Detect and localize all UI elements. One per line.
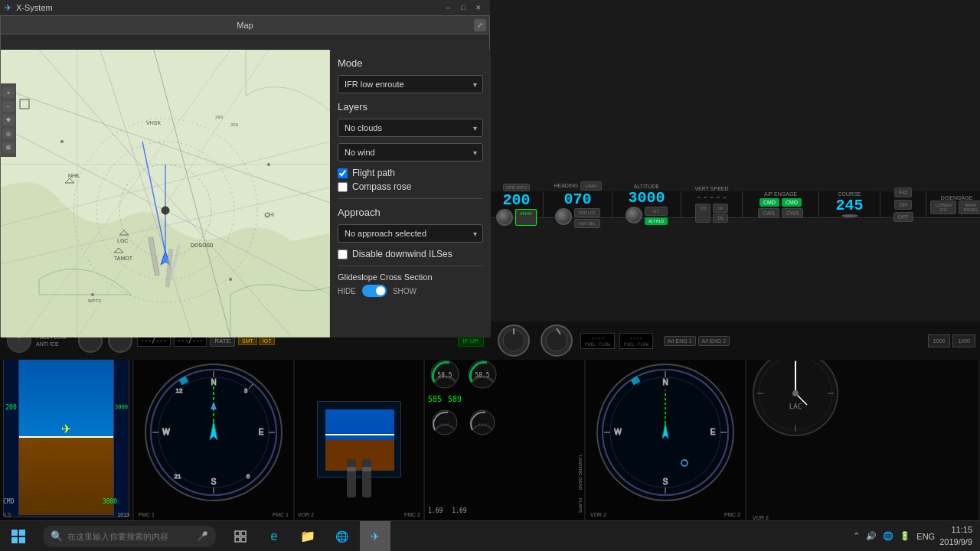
zoom-in-button[interactable]: + (2, 87, 15, 98)
approach-dropdown[interactable]: No approach selected (338, 224, 483, 243)
nd-compass-2: N E S W (596, 364, 734, 501)
lnav-button[interactable]: LNAV (580, 181, 601, 191)
dn-button[interactable]: DN (713, 214, 727, 223)
gear-2-button[interactable]: 1000 (952, 334, 975, 347)
pfd-speed-value: 200 (4, 404, 18, 411)
alt-button[interactable]: ALT (645, 207, 668, 216)
approach-dropdown-wrapper: No approach selected ▾ (338, 224, 483, 243)
pfd-alt-value: 3000 (114, 404, 129, 410)
ai-eng1-button[interactable]: A/I ENG 1 (664, 336, 696, 346)
off-button[interactable]: OFF (893, 212, 913, 222)
xplane-button[interactable]: ✈ (360, 521, 390, 552)
fmc2-label: FMC 2 (404, 512, 420, 517)
throttle-lever-1[interactable] (347, 459, 356, 497)
large-rotary-2[interactable] (537, 324, 576, 358)
main-panel-button[interactable]: MAIN PANEL (959, 201, 980, 214)
map-area: + − ✥ ◎ ⊞ (1, 50, 330, 337)
svg-text:---: --- (440, 421, 450, 427)
center-button[interactable]: ◎ (2, 129, 15, 139)
edge-button[interactable]: e (259, 521, 289, 552)
vnav-button[interactable]: VNAV (515, 209, 537, 226)
disable-ils-checkbox[interactable] (338, 249, 348, 259)
egt-gauge-1: --- (428, 406, 462, 440)
altitude-title: ALTITUDE (634, 184, 659, 189)
start-button[interactable] (0, 521, 37, 552)
search-input[interactable] (67, 532, 198, 541)
svg-text:TAMOT: TAMOT (114, 256, 133, 261)
hdg-sel-button[interactable]: HDG SEL (574, 219, 601, 228)
vor-loc-button[interactable]: VOR LOC (574, 208, 601, 217)
browser-button[interactable]: 🌐 (326, 521, 357, 552)
cws-button-2[interactable]: CWS (782, 208, 803, 218)
glideslope-label: Glideslope Cross Section (338, 272, 483, 282)
network-icon[interactable]: 🌐 (883, 531, 893, 541)
explorer-button[interactable]: 📁 (292, 521, 323, 552)
compass-rose-label: Compass rose (352, 181, 411, 192)
task-view-button[interactable] (225, 521, 256, 552)
ai-eng2-button[interactable]: A/I ENG 2 (698, 336, 730, 346)
on-button[interactable]: ON (894, 200, 912, 210)
pfd-display: ✈ 200 3000 (3, 355, 129, 517)
n1-val-1: 585 (428, 395, 442, 403)
battery-icon[interactable]: 🔋 (900, 531, 910, 541)
disengage-title: DISENGAGE (941, 195, 973, 201)
up-button[interactable]: UP (713, 204, 727, 213)
dev-values: 1.69 1.69 (428, 507, 467, 514)
right-main-dial: LAC (750, 347, 841, 439)
explorer-icon: 📁 (300, 529, 315, 543)
lower-du-button[interactable]: LOWER DU (930, 201, 956, 214)
speed-knob[interactable] (496, 209, 513, 226)
svg-rect-116 (241, 537, 246, 542)
wind-dropdown[interactable]: No wind (338, 143, 483, 161)
disable-ils-label: Disable downwind ILSes (352, 249, 452, 259)
nd-fmc1-label: FMC 1 (139, 512, 155, 517)
small-buttons: SMT IGT (238, 337, 275, 345)
clouds-dropdown[interactable]: No clouds (338, 119, 483, 137)
compass-rose-checkbox[interactable] (338, 182, 348, 192)
spd-intv-button[interactable]: SPD INTV (503, 184, 531, 191)
mode-dropdown[interactable]: IFR low enroute (338, 75, 483, 93)
smt-button[interactable]: SMT (238, 337, 257, 345)
zoom-out-button[interactable]: − (2, 101, 15, 112)
flight-path-label: Flight path (352, 168, 395, 178)
large-rotary-1[interactable] (495, 324, 533, 358)
cmd-button-1[interactable]: CMD (760, 198, 779, 207)
course-knob[interactable] (841, 214, 858, 217)
pan-button[interactable]: ✥ (2, 115, 15, 126)
search-icon: 🔍 (51, 530, 63, 542)
svg-point-46 (267, 163, 270, 166)
nd-compass-1: N 3 E S W 12 6 (145, 364, 283, 501)
xplane-icon: ✈ (371, 530, 380, 543)
date-display: 2019/9/9 (939, 536, 972, 548)
heading-display: 070 (564, 191, 591, 208)
toggle-button[interactable]: ⊞ (2, 142, 15, 153)
speed-display: 200 (502, 191, 530, 209)
glideslope-toggle[interactable] (362, 285, 387, 297)
up-arrow-icon[interactable]: ⌃ (853, 531, 860, 541)
fo-button[interactable]: F/O (894, 187, 913, 197)
clock[interactable]: 11:15 2019/9/9 (939, 524, 972, 548)
minimize-button[interactable]: – (441, 2, 455, 13)
altitude-knob[interactable] (626, 207, 642, 223)
cws-button-1[interactable]: CWS (758, 208, 779, 218)
vs-button[interactable]: V/S (695, 204, 710, 223)
map-title: Map (237, 21, 253, 30)
engine-gauges: 58.5 58.5 (428, 355, 500, 393)
heading-knob[interactable] (555, 208, 572, 225)
close-button[interactable]: ✕ (472, 2, 485, 13)
svg-text:WPTX: WPTX (88, 298, 101, 303)
igt-button[interactable]: IGT (259, 337, 276, 345)
wind-dropdown-wrapper: No wind ▾ (338, 143, 483, 161)
maximize-button[interactable]: □ (456, 2, 470, 13)
alt-hld-button[interactable]: ALT HLD (645, 217, 668, 225)
altitude-block: ALTITUDE 3000 ALT ALT HLD (612, 191, 681, 217)
cmd-button-2[interactable]: CMD (782, 198, 802, 207)
speaker-icon[interactable]: 🔊 (866, 531, 877, 541)
right-panel-middle: ---- FUEL FLOW ---- FUEL FLOW A/I ENG 1 … (490, 321, 980, 360)
map-expand-button[interactable]: ⤢ (474, 19, 486, 31)
instrument-panels: MCP SPD VOR LOC ALT HOLD ✈ 200 3000 ILS … (0, 344, 980, 520)
svg-point-128 (546, 330, 567, 351)
flight-path-checkbox[interactable] (338, 168, 348, 178)
throttle-lever-2[interactable] (362, 459, 371, 497)
gear-1-button[interactable]: 1000 (928, 334, 951, 347)
